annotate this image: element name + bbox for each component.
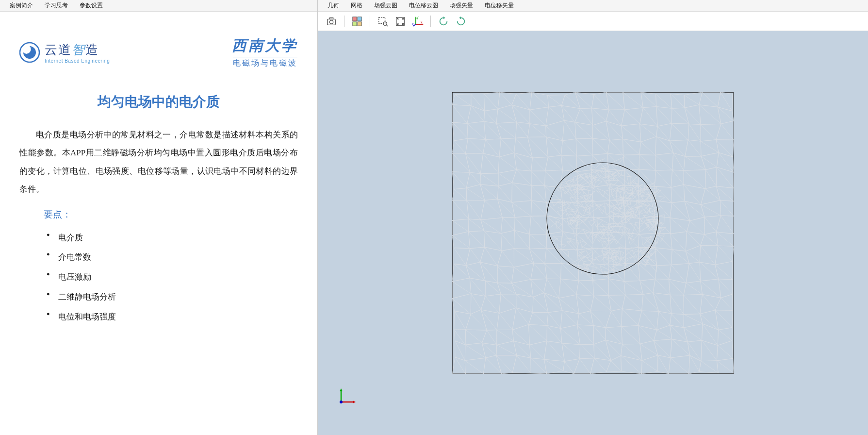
svg-marker-22 <box>459 16 461 19</box>
camera-icon[interactable] <box>324 14 339 29</box>
menu-case-intro[interactable]: 案例简介 <box>4 1 39 10</box>
page-title: 均匀电场中的电介质 <box>19 93 298 111</box>
menu-mesh[interactable]: 网格 <box>345 1 368 10</box>
zoom-box-icon[interactable] <box>375 14 391 29</box>
svg-line-11 <box>386 25 388 26</box>
svg-rect-8 <box>358 21 361 25</box>
fit-extents-icon[interactable] <box>393 14 408 29</box>
svg-rect-4 <box>329 17 333 19</box>
axis-indicator-icon <box>337 386 357 406</box>
svg-point-1 <box>25 51 28 53</box>
list-item: 电位和电场强度 <box>58 307 298 327</box>
list-item: 二维静电场分析 <box>58 287 298 307</box>
logo-swu: 西南大学 电磁场与电磁波 <box>232 36 298 68</box>
svg-point-0 <box>20 43 39 62</box>
points-list: 电介质 介电常数 电压激励 二维静电场分析 电位和电场强度 <box>19 228 298 327</box>
logo-yundao: 云道智造 Internet Based Engineering <box>19 41 110 64</box>
svg-marker-26 <box>340 388 343 391</box>
logos-row: 云道智造 Internet Based Engineering 西南大学 电磁场… <box>0 12 317 83</box>
toolbar-separator <box>370 16 370 27</box>
list-item: 电压激励 <box>58 268 298 287</box>
toolbar-separator <box>344 16 344 27</box>
viewport-toolbar: yxz <box>318 12 868 31</box>
svg-rect-5 <box>353 17 357 20</box>
right-panel: 几何 网格 场强云图 电位移云图 场强矢量 电位移矢量 yxz <box>318 0 868 435</box>
rotate-cw-icon[interactable] <box>436 14 451 29</box>
rotate-ccw-icon[interactable] <box>453 14 469 29</box>
svg-point-3 <box>329 20 333 23</box>
logo-left-main: 云道智造 <box>45 41 110 58</box>
svg-marker-28 <box>353 401 356 403</box>
content-area: 均匀电场中的电介质 电介质是电场分析中的常见材料之一，介电常数是描述材料本构关系… <box>0 83 317 327</box>
viewport-3d[interactable] <box>318 31 868 435</box>
menu-study-think[interactable]: 学习思考 <box>39 1 74 10</box>
toolbar-separator <box>430 16 431 27</box>
svg-point-29 <box>340 401 343 403</box>
menu-geometry[interactable]: 几何 <box>322 1 345 10</box>
mesh-display <box>452 92 734 374</box>
svg-text:z: z <box>412 22 414 26</box>
svg-marker-21 <box>443 16 445 19</box>
menu-field-cloud[interactable]: 场强云图 <box>368 1 403 10</box>
menu-param-setting[interactable]: 参数设置 <box>74 1 109 10</box>
right-menu-bar: 几何 网格 场强云图 电位移云图 场强矢量 电位移矢量 <box>318 0 868 12</box>
intro-paragraph: 电介质是电场分析中的常见材料之一，介电常数是描述材料本构关系的性能参数。本APP… <box>19 126 298 199</box>
select-mode-icon[interactable] <box>349 14 365 29</box>
svg-text:y: y <box>417 16 419 19</box>
svg-rect-7 <box>353 21 357 25</box>
svg-rect-9 <box>379 17 385 23</box>
left-menu-bar: 案例简介 学习思考 参数设置 <box>0 0 317 12</box>
menu-disp-cloud[interactable]: 电位移云图 <box>403 1 444 10</box>
logo-right-sub: 电磁场与电磁波 <box>233 57 297 68</box>
axes-icon[interactable]: yxz <box>410 14 426 29</box>
logo-right-main: 西南大学 <box>232 36 298 56</box>
swirl-icon <box>19 42 40 63</box>
list-item: 电介质 <box>58 228 298 248</box>
logo-left-sub: Internet Based Engineering <box>45 58 110 64</box>
svg-rect-6 <box>358 17 361 20</box>
points-title: 要点： <box>44 208 298 221</box>
list-item: 介电常数 <box>58 248 298 268</box>
menu-disp-vector[interactable]: 电位移矢量 <box>479 1 520 10</box>
menu-field-vector[interactable]: 场强矢量 <box>444 1 479 10</box>
left-panel: 案例简介 学习思考 参数设置 云道智造 Internet Based Engin… <box>0 0 318 435</box>
svg-text:x: x <box>421 20 423 24</box>
